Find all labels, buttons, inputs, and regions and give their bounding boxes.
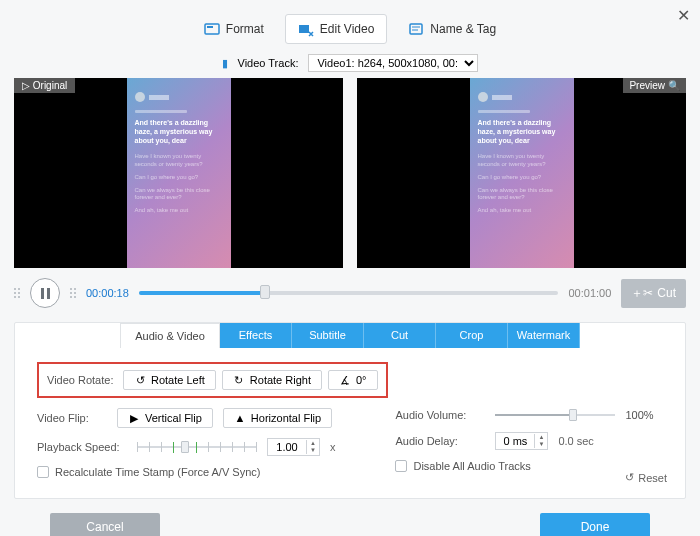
spin-down-icon[interactable]: ▼ xyxy=(307,447,319,454)
video-track-label: Video Track: xyxy=(238,57,299,69)
original-badge: ▷ Original xyxy=(14,78,75,93)
horizontal-flip-button[interactable]: ▲ Horizontal Flip xyxy=(223,408,332,428)
speed-label: Playback Speed: xyxy=(37,441,127,453)
mark-out-handle[interactable] xyxy=(70,288,76,298)
rotate-right-icon: ↻ xyxy=(233,374,245,386)
speed-unit: x xyxy=(330,441,336,453)
spin-up-icon[interactable]: ▲ xyxy=(535,434,547,441)
delay-unit: 0.0 sec xyxy=(558,435,593,447)
speed-slider[interactable] xyxy=(137,439,257,455)
tab-edit-video-label: Edit Video xyxy=(320,22,375,36)
rotate-label: Video Rotate: xyxy=(47,374,117,386)
result-frame: And there's a dazzling haze, a mysteriou… xyxy=(470,78,574,268)
tab-name-tag[interactable]: Name & Tag xyxy=(395,14,509,44)
panel-tab-effects[interactable]: Effects xyxy=(220,323,292,348)
svg-rect-2 xyxy=(299,25,309,33)
timeline-slider[interactable] xyxy=(139,283,559,303)
preview-badge[interactable]: Preview 🔍 xyxy=(623,78,686,93)
original-preview: ▷ Original And there's a dazzling haze, … xyxy=(14,78,343,268)
svg-rect-0 xyxy=(205,24,219,34)
original-frame: And there's a dazzling haze, a mysteriou… xyxy=(127,78,231,268)
edit-video-icon xyxy=(298,21,314,37)
tab-format-label: Format xyxy=(226,22,264,36)
volume-value: 100% xyxy=(625,409,653,421)
rotate-angle-button[interactable]: ∡ 0° xyxy=(328,370,378,390)
panel-tab-audio-video[interactable]: Audio & Video xyxy=(120,323,220,348)
delay-input[interactable]: ▲▼ xyxy=(495,432,548,450)
svg-rect-1 xyxy=(207,26,213,28)
format-icon xyxy=(204,21,220,37)
cancel-button[interactable]: Cancel xyxy=(50,513,160,536)
volume-label: Audio Volume: xyxy=(395,409,485,421)
current-time: 00:00:18 xyxy=(86,287,129,299)
panel-tab-watermark[interactable]: Watermark xyxy=(508,323,580,348)
film-icon: ▮ xyxy=(222,57,228,70)
delay-label: Audio Delay: xyxy=(395,435,485,447)
top-tab-bar: Format Edit Video Name & Tag xyxy=(0,0,700,52)
result-preview: Preview 🔍 And there's a dazzling haze, a… xyxy=(357,78,686,268)
play-pause-button[interactable] xyxy=(30,278,60,308)
rotate-right-button[interactable]: ↻ Rotate Right xyxy=(222,370,322,390)
speed-input[interactable]: ▲▼ xyxy=(267,438,320,456)
horizontal-flip-icon: ▲ xyxy=(234,412,246,424)
svg-rect-3 xyxy=(410,24,422,34)
rotate-left-icon: ↺ xyxy=(134,374,146,386)
cut-button[interactable]: ＋✂ Cut xyxy=(621,279,686,308)
pause-icon xyxy=(41,288,50,299)
volume-slider[interactable] xyxy=(495,408,615,422)
panel-tab-cut[interactable]: Cut xyxy=(364,323,436,348)
panel-tab-subtitle[interactable]: Subtitle xyxy=(292,323,364,348)
spin-down-icon[interactable]: ▼ xyxy=(535,441,547,448)
mark-in-handle[interactable] xyxy=(14,288,20,298)
video-track-bar: ▮ Video Track: Video1: h264, 500x1080, 0… xyxy=(0,52,700,78)
recalc-checkbox[interactable]: Recalculate Time Stamp (Force A/V Sync) xyxy=(37,466,260,478)
name-tag-icon xyxy=(408,21,424,37)
angle-icon: ∡ xyxy=(339,374,351,386)
total-time: 00:01:00 xyxy=(568,287,611,299)
tab-format[interactable]: Format xyxy=(191,14,277,44)
rotate-left-button[interactable]: ↺ Rotate Left xyxy=(123,370,216,390)
scissors-icon: ＋✂ xyxy=(631,285,653,302)
vertical-flip-icon: ▶ xyxy=(128,412,140,424)
reset-icon: ↺ xyxy=(625,471,634,484)
magnify-icon: 🔍 xyxy=(668,80,680,91)
settings-panel: Audio & Video Effects Subtitle Cut Crop … xyxy=(14,322,686,499)
rotate-highlight: Video Rotate: ↺ Rotate Left ↻ Rotate Rig… xyxy=(37,362,388,398)
playback-bar: 00:00:18 00:01:00 ＋✂ Cut xyxy=(0,268,700,322)
vertical-flip-button[interactable]: ▶ Vertical Flip xyxy=(117,408,213,428)
spin-up-icon[interactable]: ▲ xyxy=(307,440,319,447)
disable-audio-checkbox[interactable]: Disable All Audio Tracks xyxy=(395,460,530,472)
footer: Cancel Done xyxy=(0,499,700,536)
done-button[interactable]: Done xyxy=(540,513,650,536)
panel-tab-bar: Audio & Video Effects Subtitle Cut Crop … xyxy=(15,323,685,348)
video-track-select[interactable]: Video1: h264, 500x1080, 00:01:00 xyxy=(308,54,478,72)
reset-button[interactable]: ↺ Reset xyxy=(625,471,667,484)
panel-tab-crop[interactable]: Crop xyxy=(436,323,508,348)
tab-name-tag-label: Name & Tag xyxy=(430,22,496,36)
tab-edit-video[interactable]: Edit Video xyxy=(285,14,388,44)
flip-label: Video Flip: xyxy=(37,412,107,424)
close-icon[interactable]: ✕ xyxy=(677,6,690,25)
